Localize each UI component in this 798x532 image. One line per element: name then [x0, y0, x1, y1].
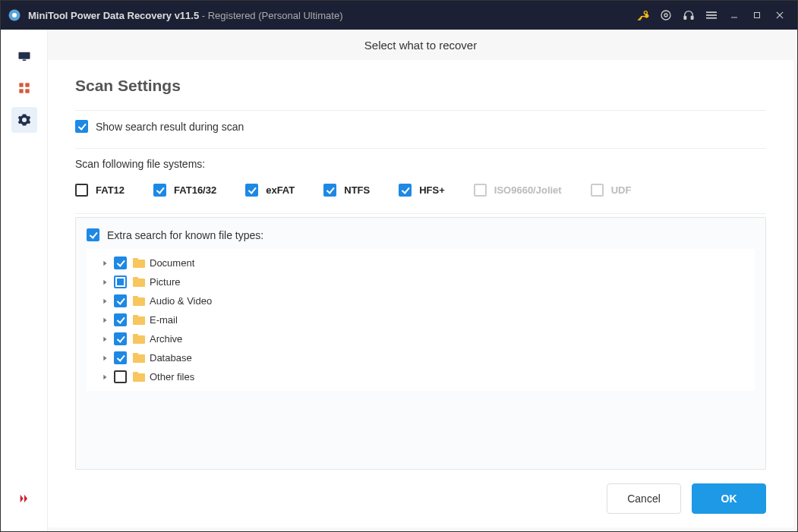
key-icon[interactable] — [632, 1, 654, 30]
svg-rect-15 — [22, 60, 26, 61]
fs-checkbox[interactable] — [153, 184, 166, 197]
page-subtitle: Select what to recover — [48, 30, 793, 60]
tree-checkbox[interactable] — [114, 257, 127, 269]
filesystems-heading: Scan following file systems: — [75, 158, 766, 170]
folder-icon — [133, 334, 145, 344]
filesystems-row: FAT12FAT16/32exFATNTFSHFS+ISO9660/Joliet… — [75, 179, 766, 207]
fs-label: HFS+ — [419, 184, 445, 196]
tree-item-label: Picture — [150, 276, 180, 288]
ok-button[interactable]: OK — [692, 483, 766, 514]
tree-item: Document — [87, 253, 755, 272]
tree-item-label: Archive — [150, 333, 182, 345]
cancel-button[interactable]: Cancel — [607, 483, 681, 514]
fs-item-fat12: FAT12 — [75, 184, 125, 197]
sidebar-item-apps[interactable] — [11, 75, 37, 101]
fs-label: FAT16/32 — [174, 184, 216, 196]
svg-rect-16 — [19, 83, 23, 87]
svg-rect-11 — [755, 13, 760, 18]
fs-checkbox[interactable] — [399, 184, 412, 197]
fs-item-exfat: exFAT — [245, 184, 295, 197]
headphones-icon[interactable] — [677, 1, 700, 30]
divider — [75, 213, 766, 214]
svg-rect-8 — [706, 14, 717, 16]
extra-search-checkbox[interactable] — [87, 228, 99, 241]
fs-label: FAT12 — [96, 184, 125, 196]
folder-icon — [133, 372, 145, 382]
menu-icon[interactable] — [700, 1, 723, 30]
chevron-right-icon[interactable] — [99, 276, 111, 288]
fs-checkbox — [474, 184, 487, 197]
svg-rect-5 — [684, 16, 686, 19]
close-icon[interactable] — [768, 1, 791, 30]
fs-label: ISO9660/Joliet — [494, 184, 562, 196]
svg-point-3 — [661, 11, 670, 20]
svg-rect-7 — [706, 11, 717, 13]
maximize-icon[interactable] — [746, 1, 768, 30]
folder-icon — [133, 315, 145, 325]
svg-point-2 — [644, 11, 647, 14]
svg-rect-19 — [25, 89, 29, 93]
folder-icon — [133, 258, 145, 268]
show-results-row: Show search result during scan — [75, 111, 766, 142]
tree-item-label: E-mail — [150, 314, 178, 326]
extra-search-label: Extra search for known file types: — [107, 229, 263, 241]
chevron-right-icon[interactable] — [99, 295, 111, 307]
fs-item-hfs: HFS+ — [399, 184, 445, 197]
svg-rect-6 — [691, 16, 693, 19]
chevron-right-icon[interactable] — [99, 257, 111, 269]
svg-point-1 — [12, 13, 17, 17]
tree-item-label: Audio & Video — [150, 295, 212, 307]
tree-checkbox[interactable] — [114, 332, 127, 345]
tree-checkbox[interactable] — [114, 351, 127, 364]
settings-panel: Scan Settings Show search result during … — [48, 60, 793, 527]
window-title: MiniTool Power Data Recovery v11.5 - Reg… — [28, 10, 342, 21]
fs-checkbox — [591, 184, 604, 197]
fs-checkbox[interactable] — [245, 184, 258, 197]
tree-item-label: Database — [150, 352, 192, 364]
svg-point-4 — [664, 14, 667, 17]
fs-label: NTFS — [344, 184, 370, 196]
file-type-tree: DocumentPictureAudio & VideoE-mailArchiv… — [87, 249, 755, 391]
tree-item: Archive — [87, 329, 755, 348]
fs-checkbox[interactable] — [323, 184, 336, 197]
app-logo-icon — [7, 8, 22, 23]
chevron-right-icon[interactable] — [99, 371, 111, 383]
fs-item-iso9660joliet: ISO9660/Joliet — [474, 184, 562, 197]
tree-item: Picture — [87, 272, 755, 291]
chevron-right-icon[interactable] — [99, 352, 111, 364]
folder-icon — [133, 353, 145, 363]
tree-item: Other files — [87, 367, 755, 386]
divider — [75, 148, 766, 149]
folder-icon — [133, 296, 145, 306]
show-results-label: Show search result during scan — [96, 121, 244, 133]
tree-item: E-mail — [87, 310, 755, 329]
sidebar-expand-toggle[interactable] — [11, 486, 37, 512]
fs-checkbox[interactable] — [75, 184, 88, 197]
tree-checkbox[interactable] — [114, 275, 127, 288]
fs-item-udf: UDF — [591, 184, 632, 197]
folder-icon — [133, 277, 145, 287]
fs-label: UDF — [611, 184, 632, 196]
fs-label: exFAT — [266, 184, 295, 196]
tree-item: Database — [87, 348, 755, 367]
titlebar: MiniTool Power Data Recovery v11.5 - Reg… — [1, 1, 797, 30]
sidebar-item-settings[interactable] — [11, 107, 37, 133]
chevron-right-icon[interactable] — [99, 314, 111, 326]
svg-rect-17 — [25, 83, 29, 87]
sidebar-item-recover[interactable] — [11, 43, 37, 69]
show-results-checkbox[interactable] — [75, 120, 88, 133]
tree-checkbox[interactable] — [114, 313, 127, 326]
disc-icon[interactable] — [654, 1, 677, 30]
tree-checkbox[interactable] — [114, 294, 127, 307]
fs-item-ntfs: NTFS — [323, 184, 370, 197]
sidebar — [1, 30, 48, 531]
svg-rect-9 — [706, 17, 717, 19]
chevron-right-icon[interactable] — [99, 333, 111, 345]
tree-item: Audio & Video — [87, 291, 755, 310]
tree-checkbox[interactable] — [114, 370, 127, 383]
tree-item-label: Document — [150, 257, 194, 269]
settings-heading: Scan Settings — [75, 77, 766, 95]
minimize-icon[interactable] — [723, 1, 746, 30]
svg-rect-18 — [19, 89, 23, 93]
svg-rect-14 — [18, 52, 30, 59]
